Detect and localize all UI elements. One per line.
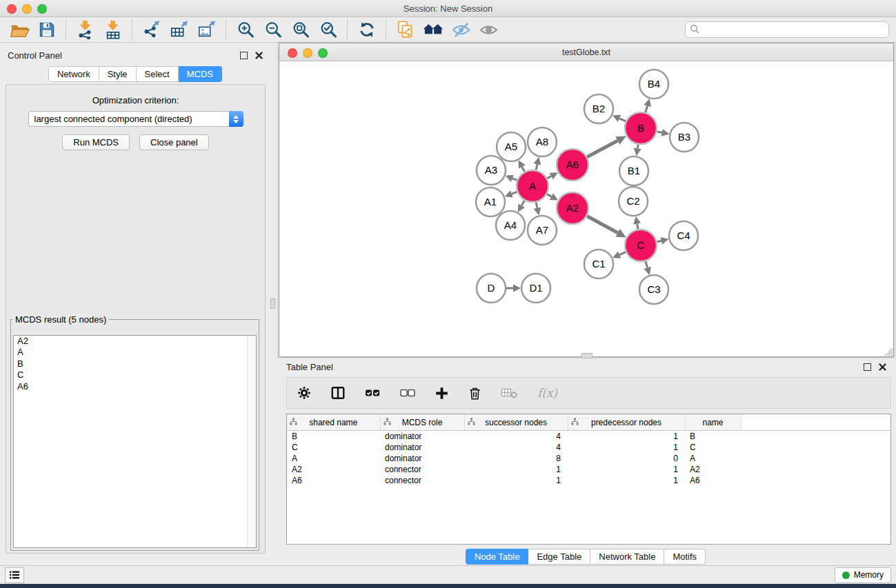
network-graph-canvas[interactable]: B4B2BB3A8A5A6A3B1AA1C2A2A4A7C4CC1DD1C3	[279, 61, 893, 356]
table-cell[interactable]: 1	[464, 475, 568, 486]
node-table[interactable]: shared nameMCDS rolesuccessor nodesprede…	[287, 414, 890, 486]
graph-edge-B-B3[interactable]	[657, 132, 662, 132]
run-mcds-button[interactable]: Run MCDS	[62, 134, 130, 150]
export-image-button[interactable]	[193, 19, 221, 41]
table-cell[interactable]: A2	[685, 464, 741, 475]
table-row[interactable]: Bdominator41B	[287, 431, 890, 443]
table-float-panel-icon[interactable]	[864, 363, 871, 371]
graph-edge-A-A8[interactable]	[536, 164, 537, 170]
column-header[interactable]: shared name	[287, 414, 380, 431]
graph-edge-B-B1[interactable]	[637, 145, 638, 149]
save-session-button[interactable]	[33, 19, 61, 41]
resize-grip-icon[interactable]	[884, 347, 893, 356]
table-cell[interactable]: connector	[380, 475, 464, 486]
import-network-button[interactable]	[72, 19, 99, 41]
network-zoom-button[interactable]	[318, 48, 328, 58]
tab-network-table[interactable]: Network Table	[590, 549, 664, 565]
memory-button[interactable]: Memory	[835, 567, 891, 583]
tab-mcds[interactable]: MCDS	[179, 66, 222, 82]
table-cell[interactable]: 4	[464, 442, 568, 453]
table-cell[interactable]: A6	[287, 475, 380, 486]
table-cell[interactable]: C	[685, 442, 741, 453]
import-table-button[interactable]	[99, 19, 127, 41]
tab-style[interactable]: Style	[99, 66, 137, 82]
zoom-window-button[interactable]	[37, 4, 47, 14]
table-cell[interactable]: A	[287, 453, 380, 464]
graph-edge-A2-C[interactable]	[587, 216, 618, 232]
graph-edge-A-A5[interactable]	[522, 167, 525, 172]
result-scrollbar[interactable]	[247, 336, 256, 547]
graph-edge-C-C4[interactable]	[657, 241, 661, 241]
zoom-out-button[interactable]	[259, 19, 287, 41]
table-close-panel-icon[interactable]	[879, 363, 886, 371]
float-panel-icon[interactable]	[240, 52, 248, 59]
select-all-rows-button[interactable]	[364, 385, 381, 401]
table-cell[interactable]: B	[287, 431, 380, 443]
tab-edge-table[interactable]: Edge Table	[528, 549, 590, 565]
table-cell[interactable]: 1	[568, 475, 685, 486]
mcds-result-item[interactable]: C	[14, 369, 256, 381]
graph-edge-A-A2[interactable]	[547, 194, 551, 196]
table-cell[interactable]: dominator	[380, 453, 464, 464]
table-cell[interactable]: 1	[568, 431, 685, 443]
table-cell[interactable]: A	[685, 453, 741, 464]
column-header[interactable]: name	[685, 414, 741, 431]
graph-edge-B-B2[interactable]	[619, 119, 626, 121]
table-row[interactable]: Cdominator41C	[287, 442, 890, 453]
export-network-button[interactable]	[138, 19, 166, 41]
table-cell[interactable]: B	[685, 431, 741, 443]
graph-edge-A6-B[interactable]	[587, 141, 617, 157]
tab-network[interactable]: Network	[48, 66, 99, 82]
network-minimize-button[interactable]	[303, 48, 312, 58]
graph-edge-A-A4[interactable]	[521, 201, 524, 205]
hide-selected-button[interactable]	[447, 19, 475, 41]
horizontal-divider-handle[interactable]	[581, 353, 593, 358]
mcds-result-item[interactable]: A6	[14, 381, 256, 392]
table-cell[interactable]: 1	[568, 464, 685, 475]
tab-motifs[interactable]: Motifs	[664, 549, 706, 565]
zoom-fit-button[interactable]	[287, 19, 315, 41]
show-columns-button[interactable]	[330, 385, 346, 401]
table-cell[interactable]: dominator	[380, 442, 464, 453]
network-close-button[interactable]	[288, 48, 297, 58]
graph-edge-A-A1[interactable]	[512, 192, 517, 194]
table-row[interactable]: Adominator80A	[287, 453, 890, 464]
column-header[interactable]: successor nodes	[464, 414, 568, 431]
column-header[interactable]: predecessor nodes	[568, 414, 685, 431]
mcds-result-list[interactable]: A2ABCA6	[13, 335, 257, 548]
table-cell[interactable]: connector	[380, 464, 464, 475]
tab-select[interactable]: Select	[137, 66, 179, 82]
export-table-button[interactable]	[166, 19, 193, 41]
panel-divider[interactable]	[270, 43, 275, 565]
mcds-result-item[interactable]: A	[14, 347, 256, 358]
table-cell[interactable]: 1	[464, 464, 568, 475]
refresh-view-button[interactable]	[353, 19, 381, 41]
zoom-selected-button[interactable]	[315, 19, 342, 41]
criterion-select[interactable]: largest connected component (directed)	[28, 111, 243, 127]
minimize-window-button[interactable]	[22, 4, 32, 14]
column-header[interactable]: MCDS role	[380, 414, 464, 431]
close-panel-icon[interactable]	[255, 52, 263, 59]
graph-edge-A-A7[interactable]	[536, 202, 537, 207]
divider-handle[interactable]	[270, 298, 275, 309]
show-panels-button[interactable]	[5, 567, 24, 583]
table-cell[interactable]: A6	[685, 475, 741, 486]
table-cell[interactable]: 1	[568, 442, 685, 453]
graph-edge-B-B4[interactable]	[646, 106, 648, 112]
delete-table-button[interactable]	[501, 386, 519, 400]
function-builder-button[interactable]: f(x)	[537, 386, 557, 400]
graph-edge-C-C3[interactable]	[646, 261, 648, 267]
home-button[interactable]	[419, 19, 447, 41]
tab-node-table[interactable]: Node Table	[466, 549, 529, 565]
add-column-button[interactable]	[435, 386, 449, 401]
table-cell[interactable]: A2	[287, 464, 380, 475]
search-input[interactable]	[685, 21, 889, 38]
show-all-button[interactable]	[475, 19, 502, 41]
table-row[interactable]: A6connector11A6	[287, 475, 890, 486]
table-cell[interactable]: 0	[568, 453, 685, 464]
zoom-in-button[interactable]	[232, 19, 259, 41]
graph-edge-A-A3[interactable]	[512, 179, 517, 181]
graph-edge-C-C2[interactable]	[637, 224, 638, 230]
delete-column-button[interactable]	[468, 386, 482, 401]
table-cell[interactable]: C	[287, 442, 380, 453]
